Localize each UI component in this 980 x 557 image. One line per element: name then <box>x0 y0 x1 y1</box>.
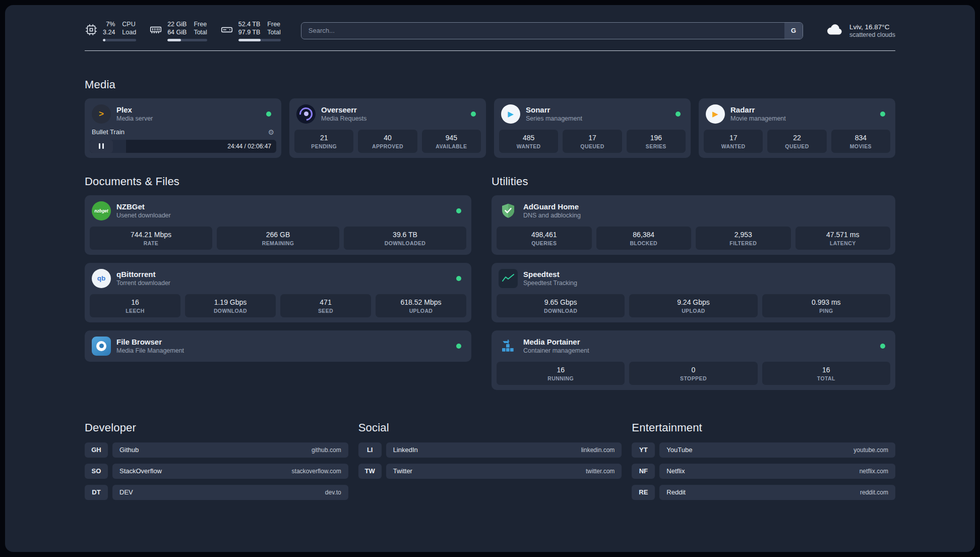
service-name: Sonarr <box>526 105 582 114</box>
bookmarks-section: Developer GH Github github.com SO StackO… <box>85 421 895 520</box>
weather-location: Lviv, 16.87°C <box>849 23 895 31</box>
bookmark-url: netflix.com <box>860 468 888 475</box>
service-name: Overseerr <box>321 105 366 114</box>
service-card-sonarr[interactable]: ▶ Sonarr Series management 485WANTED 17Q… <box>494 98 691 158</box>
service-desc: Container management <box>523 347 589 354</box>
adguard-icon <box>499 201 518 220</box>
status-dot <box>880 112 885 117</box>
stat-tile: 16LEECH <box>90 294 180 317</box>
bookmark-group-entertainment: Entertainment YT YouTube youtube.com NF … <box>632 421 895 500</box>
service-card-speedtest[interactable]: Speedtest Speedtest Tracking 9.65 GbpsDO… <box>492 263 895 322</box>
service-desc: Speedtest Tracking <box>523 280 577 287</box>
section-title-social: Social <box>358 421 622 434</box>
memory-progress-bar <box>167 39 207 41</box>
bookmark-abbr: NF <box>632 464 655 479</box>
bookmark-twitter[interactable]: TW Twitter twitter.com <box>358 464 622 479</box>
service-desc: Torrent downloader <box>116 280 170 287</box>
bookmark-name: Github <box>119 446 139 454</box>
memory-widget: 22 GiB 64 GiB Free Total <box>149 20 207 41</box>
disk-icon <box>220 23 233 38</box>
service-card-overseerr[interactable]: Overseerr Media Requests 21PENDING 40APP… <box>289 98 486 158</box>
section-title-media: Media <box>85 78 895 91</box>
search-bar: G <box>301 22 803 39</box>
service-desc: Media server <box>116 115 153 122</box>
section-title-developer: Developer <box>85 421 348 434</box>
service-desc: Media Requests <box>321 115 366 122</box>
status-dot <box>456 276 461 281</box>
service-name: Plex <box>116 105 153 114</box>
service-card-filebrowser[interactable]: File Browser Media File Management <box>85 330 471 362</box>
bookmark-url: dev.to <box>325 489 341 496</box>
section-utilities: Utilities <box>492 175 895 390</box>
stat-tile: 22QUEUED <box>767 130 826 153</box>
settings-gear-icon[interactable]: ⚙ <box>268 128 274 136</box>
radarr-icon: ▶ <box>706 104 725 124</box>
cpu-progress-bar <box>103 39 136 41</box>
stat-tile: 21PENDING <box>294 130 353 153</box>
portainer-icon <box>499 337 518 356</box>
service-name: Media Portainer <box>523 338 589 346</box>
service-card-adguard[interactable]: AdGuard Home DNS and adblocking 498,461Q… <box>492 195 895 255</box>
bookmark-name: DEV <box>119 488 133 496</box>
stat-tile: 834MOVIES <box>831 130 890 153</box>
bookmark-youtube[interactable]: YT YouTube youtube.com <box>632 442 895 458</box>
pause-button[interactable] <box>90 140 113 153</box>
service-card-portainer[interactable]: Media Portainer Container management 16R… <box>492 330 895 390</box>
weather-widget: Lviv, 16.87°C scattered clouds <box>825 22 895 39</box>
bookmark-linkedin[interactable]: LI LinkedIn linkedin.com <box>358 442 622 458</box>
memory-free: 22 GiB <box>167 20 187 28</box>
weather-condition: scattered clouds <box>849 31 895 38</box>
status-dot <box>471 112 476 117</box>
search-provider-button[interactable]: G <box>784 23 803 39</box>
dashboard-page: 7% 3.24 CPU Load <box>5 5 975 552</box>
cpu-percent: 7% <box>106 20 115 28</box>
service-desc: Usenet downloader <box>116 212 171 219</box>
bookmark-group-social: Social LI LinkedIn linkedin.com TW Twitt… <box>358 421 622 500</box>
bookmark-reddit[interactable]: RE Reddit reddit.com <box>632 485 895 500</box>
stat-tile: 9.65 GbpsDOWNLOAD <box>497 294 625 317</box>
service-card-qbittorrent[interactable]: qb qBittorrent Torrent downloader 16LEEC… <box>85 263 471 322</box>
stat-tile: 40APPROVED <box>358 130 417 153</box>
service-card-plex[interactable]: > Plex Media server Bullet Train ⚙ <box>85 98 281 158</box>
playback-time: 24:44 / 02:06:47 <box>227 143 276 150</box>
status-dot <box>456 344 461 349</box>
bookmark-github[interactable]: GH Github github.com <box>85 442 348 458</box>
bookmark-abbr: DT <box>85 485 108 500</box>
bookmark-name: Netflix <box>666 467 685 475</box>
stat-tile: 744.21 MbpsRATE <box>90 227 212 250</box>
bookmark-stackoverflow[interactable]: SO StackOverflow stackoverflow.com <box>85 464 348 479</box>
cpu-load: 3.24 <box>103 28 115 36</box>
bookmark-abbr: SO <box>85 464 108 479</box>
section-documents: Documents & Files nzbget NZBGet Usenet d… <box>85 175 471 390</box>
topbar: 7% 3.24 CPU Load <box>85 20 895 41</box>
memory-label-top: Free <box>194 20 207 28</box>
bookmark-abbr: LI <box>358 442 382 458</box>
service-card-radarr[interactable]: ▶ Radarr Movie management 17WANTED 22QUE… <box>699 98 895 158</box>
bookmark-name: Twitter <box>393 467 412 475</box>
bookmark-abbr: RE <box>632 485 655 500</box>
stat-tile: 86,384BLOCKED <box>596 227 692 250</box>
topbar-divider <box>85 50 895 51</box>
service-card-nzbget[interactable]: nzbget NZBGet Usenet downloader 744.21 M… <box>85 195 471 255</box>
qbittorrent-icon: qb <box>92 269 111 288</box>
disk-free: 52.4 TB <box>238 20 261 28</box>
playback-progress-bar[interactable]: 24:44 / 02:06:47 <box>90 140 276 153</box>
section-title-documents: Documents & Files <box>85 175 471 188</box>
speedtest-icon <box>499 269 518 288</box>
stat-tile: 17QUEUED <box>563 130 622 153</box>
stat-tile: 266 GBREMAINING <box>217 227 339 250</box>
search-input[interactable] <box>301 23 784 39</box>
service-desc: Series management <box>526 115 582 122</box>
bookmark-dev[interactable]: DT DEV dev.to <box>85 485 348 500</box>
section-title-utilities: Utilities <box>492 175 895 188</box>
nzbget-icon: nzbget <box>92 201 111 220</box>
disk-widget: 52.4 TB 97.9 TB Free Total <box>220 20 281 41</box>
bookmark-name: StackOverflow <box>119 467 162 475</box>
service-name: File Browser <box>116 338 184 346</box>
bookmark-netflix[interactable]: NF Netflix netflix.com <box>632 464 895 479</box>
cpu-label-bottom: Load <box>122 28 136 36</box>
bookmark-name: Reddit <box>666 488 686 496</box>
status-dot <box>456 208 461 213</box>
bookmark-url: stackoverflow.com <box>292 468 341 475</box>
stat-tile: 17WANTED <box>704 130 763 153</box>
